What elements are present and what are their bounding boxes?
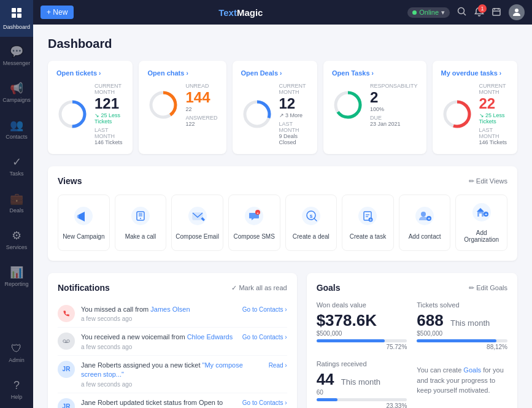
view-item-compose-email[interactable]: Compose Email (171, 194, 223, 251)
overdue-current-label: CURRENT MONTH (479, 83, 509, 95)
bell-icon[interactable]: 1 (474, 7, 484, 18)
open-deals-details: CURRENT MONTH 12 ↗ 3 More LAST MONTH 9 D… (279, 83, 309, 145)
open-tasks-title[interactable]: Open Tasks › (332, 69, 418, 77)
user-avatar[interactable] (509, 4, 525, 20)
view-item-add-org[interactable]: + Add Organization (455, 194, 507, 251)
svg-rect-6 (493, 9, 500, 15)
open-chats-body: UNREAD 144 22 ANSWERED 122 (147, 83, 217, 127)
svg-rect-52 (479, 214, 482, 217)
main-area: + New TextMagic Online ▾ 1 (33, 0, 532, 408)
stat-card-overdue-tasks: My overdue tasks › CURRENT MONTH 22 ↘ 25… (433, 61, 517, 154)
view-item-make-call[interactable]: Make a call (115, 194, 167, 251)
dashboard-icon (10, 7, 23, 22)
due-value: 23 Jan 2021 (370, 121, 418, 127)
open-tasks-body: RESPONSABILITY 2 100% DUE 23 Jan 2021 (332, 83, 418, 127)
sidebar-item-admin[interactable]: 🛡 Admin (0, 334, 33, 371)
notification-item: You missed a call from James Olsen a few… (58, 300, 287, 328)
won-deals-fill (317, 339, 385, 342)
read-button[interactable]: Read › (269, 362, 287, 369)
view-item-new-campaign[interactable]: New Campaign (58, 194, 110, 251)
notif-link-chloe[interactable]: Chloe Edwards (187, 333, 233, 341)
notif-content-4: Jane Robert updated ticket status from O… (81, 398, 236, 408)
calendar-icon[interactable] (492, 7, 501, 18)
sidebar-label-reporting: Reporting (4, 281, 28, 287)
open-deals-title[interactable]: Open Deals › (241, 69, 309, 77)
svg-rect-1 (17, 8, 21, 12)
go-to-contacts-1[interactable]: Go to Contacts › (242, 306, 287, 313)
goals-panel: Goals ✏ Edit Goals Won deals value $378.… (307, 273, 517, 408)
svg-point-10 (515, 9, 519, 12)
motivate-text: You can create Goals for you and track y… (417, 365, 507, 396)
view-item-compose-sms[interactable]: + Compose SMS (228, 194, 280, 251)
create-task-icon: + (358, 206, 377, 229)
overdue-tasks-body: CURRENT MONTH 22 ↘ 25 Less Tickets LAST … (441, 83, 509, 145)
deals-current-label: CURRENT MONTH (279, 83, 309, 95)
campaigns-icon: 📢 (10, 82, 23, 95)
notif-link-james[interactable]: James Olsen (150, 306, 190, 313)
go-to-contacts-2[interactable]: Go to Contacts › (242, 334, 287, 341)
svg-point-28 (140, 218, 141, 219)
ratings-value: 44 This month (317, 370, 407, 389)
won-deals-label: Won deals value (317, 301, 407, 309)
sidebar-item-dashboard[interactable]: Dashboard (0, 0, 33, 37)
open-chats-title[interactable]: Open chats › (147, 69, 217, 77)
view-item-create-deal[interactable]: $ Create a deal (285, 194, 337, 251)
notif-text-1: You missed a call from James Olsen (81, 305, 236, 314)
unread-label: UNREAD (185, 83, 217, 89)
page-title: Dashboard (48, 37, 517, 51)
notif-link-ticket[interactable]: "My compose screen stop..." (81, 361, 243, 378)
view-item-add-contact[interactable]: + Add contact (399, 194, 451, 251)
notif-action-1: Go to Contacts › (242, 305, 287, 313)
svg-point-46 (421, 212, 426, 217)
sidebar-item-deals[interactable]: 💼 Deals (0, 184, 33, 221)
ratings-label: Ratings received (317, 360, 407, 368)
add-contact-label: Add contact (409, 233, 441, 240)
overdue-tasks-title[interactable]: My overdue tasks › (441, 69, 509, 77)
new-button[interactable]: + New (40, 6, 74, 19)
goals-link[interactable]: Goals (463, 366, 481, 374)
online-status[interactable]: Online ▾ (407, 7, 450, 18)
ratings-pct: 23,33% (317, 402, 407, 408)
search-icon[interactable] (457, 7, 467, 18)
tickets-trend: ↘ 25 Less Tickets (94, 112, 124, 125)
notif-text-4: Jane Robert updated ticket status from O… (81, 398, 236, 408)
edit-goals-button[interactable]: ✏ Edit Goals (469, 284, 507, 292)
view-item-create-task[interactable]: + Create a task (342, 194, 394, 251)
go-to-contacts-4[interactable]: Go to Contacts › (242, 399, 287, 406)
notif-time-2: a few seconds ago (81, 344, 236, 350)
chevron-right-icon-overdue: › (499, 70, 501, 77)
svg-rect-2 (12, 13, 16, 18)
topnav-right: Online ▾ 1 (407, 4, 525, 20)
sidebar-label-campaigns: Campaigns (2, 97, 31, 103)
sidebar: Dashboard 💬 Messenger 📢 Campaigns 👥 Cont… (0, 0, 33, 408)
sidebar-label-messenger: Messenger (3, 60, 31, 66)
sidebar-label-dashboard: Dashboard (3, 24, 30, 30)
tickets-solved-label: Tickets solved (417, 301, 507, 309)
tickets-solved-track (417, 339, 507, 342)
sidebar-label-services: Services (6, 244, 28, 250)
chevron-right-icon: › (99, 70, 101, 77)
sidebar-item-contacts[interactable]: 👥 Contacts (0, 110, 33, 147)
mark-all-read-button[interactable]: ✓ Mark all as read (231, 284, 287, 292)
sidebar-item-messenger[interactable]: 💬 Messenger (0, 37, 33, 74)
goals-grid: Won deals value $378.6K $500,000 75.72% … (317, 301, 507, 408)
sidebar-item-tasks[interactable]: ✓ Tasks (0, 147, 33, 184)
sidebar-item-reporting[interactable]: 📊 Reporting (0, 258, 33, 294)
tickets-solved-fill (417, 339, 496, 342)
edit-views-button[interactable]: ✏ Edit Views (469, 177, 507, 185)
notif-action-3: Read › (269, 361, 287, 369)
notif-time-1: a few seconds ago (81, 315, 236, 322)
deals-icon: 💼 (10, 192, 23, 206)
deals-last-month-value: 9 Deals Closed (279, 133, 309, 145)
open-tickets-title[interactable]: Open tickets › (56, 69, 124, 77)
open-tasks-number: 2 (370, 90, 418, 105)
sidebar-item-campaigns[interactable]: 📢 Campaigns (0, 74, 33, 110)
won-deals-track (317, 339, 407, 342)
goal-ratings: Ratings received 44 This month 60 23,33% (317, 360, 407, 408)
create-task-label: Create a task (350, 233, 386, 240)
open-deals-body: CURRENT MONTH 12 ↗ 3 More LAST MONTH 9 D… (241, 83, 309, 145)
svg-point-56 (67, 340, 70, 343)
sidebar-item-help[interactable]: ? Help (0, 371, 33, 408)
compose-email-label: Compose Email (175, 233, 219, 240)
sidebar-item-services[interactable]: ⚙ Services (0, 221, 33, 258)
